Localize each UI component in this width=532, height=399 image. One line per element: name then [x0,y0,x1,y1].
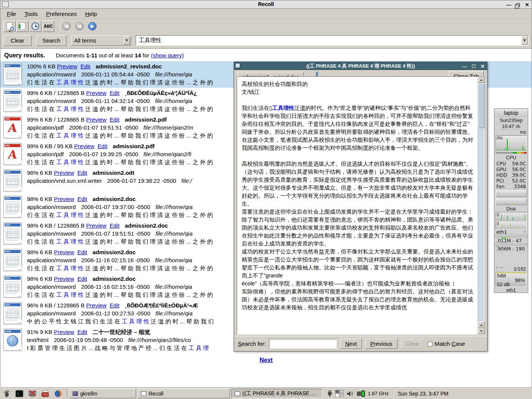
workspace-switcher-icon[interactable] [335,390,344,397]
minimize-icon[interactable]: — [506,2,512,8]
mime-type: application/msword [27,230,76,237]
gkrellm-monitor[interactable]: laptop Sun23Sep 15:47 05 mo 0% CPU CPU59… [494,108,528,293]
preview-paragraph: 文/钱江 [242,88,473,96]
power-plug-icon[interactable] [327,390,332,397]
scroll-up-icon[interactable]: ▲ [478,322,484,328]
match-case-checkbox[interactable]: Match Case [428,340,465,347]
edit-link[interactable]: Edit [77,276,87,282]
taskbar-handle[interactable] [66,389,68,398]
titlebar[interactable]: Recoll — ✕ [0,0,532,9]
taskbar-task-2[interactable]: Recoll [138,389,230,398]
first-page-icon[interactable]: ◀ [60,21,73,32]
volume-icon[interactable] [347,391,354,397]
next-page-icon[interactable]: ▶ [86,21,98,32]
close-icon[interactable]: ✕ [524,2,530,8]
preview-link[interactable]: Preview [54,249,74,255]
fan-slider[interactable] [496,190,527,197]
previous-page-icon[interactable]: ◀ [73,21,86,32]
preview-titlebar[interactable]: ((工 PHRASE 4 具 PHRASE 4 理 PHRASE 4 性)) —… [234,62,487,70]
history-icon[interactable] [29,21,41,32]
preview-link[interactable]: Preview [86,90,106,96]
preview-link[interactable]: Preview [54,276,74,282]
close-icon[interactable]: ✕ [480,63,486,69]
file-size: 6 KB / 1228865 B [40,90,85,96]
search-input[interactable] [136,36,528,45]
result-title: ¸ßÕÐÖÆ¶È£ºÏiÈ±ÖÐµÄ¹«Æ [125,302,198,309]
edit-link[interactable]: Edit [110,302,120,309]
file-url: file:/ [182,177,192,184]
relevance-percent: 96% [27,302,38,309]
file-url: file:///home/qia [155,98,192,104]
preview-link[interactable]: Preview [54,196,74,202]
typewriter-icon[interactable] [39,389,52,399]
maximize-icon[interactable] [470,63,477,69]
disk-read-chart: 0 [496,212,527,221]
scroll-down-icon[interactable]: ▼ [478,328,484,334]
net-rx-row: .011M - 47 [494,238,528,244]
find-next-button[interactable]: Next [340,339,362,349]
eth1-bottom-label: eth1 [494,287,528,293]
menubar: FileToolsPreferencesHelp [0,9,532,19]
edit-link[interactable]: Edit [77,329,87,335]
chevron-down-icon[interactable]: ▼ [521,36,528,45]
clear-button[interactable]: Clear [3,35,32,46]
search-for-label: Search for: [238,340,266,347]
cpu-frequency-icon[interactable] [357,390,365,397]
find-previous-button[interactable]: Previous [365,339,397,349]
preview-link[interactable]: Preview [86,116,106,123]
minimize-icon[interactable]: — [461,63,467,69]
preview-link[interactable]: Preview [86,302,106,309]
find-clear-button[interactable]: Clear [401,339,424,349]
edit-link[interactable]: Edit [98,143,108,149]
lock-screen-icon[interactable] [26,389,39,399]
edit-link[interactable]: Edit [110,222,120,229]
preview-text: 高校招生的社会功能和目的文/钱江我们生活在▯工具理性泛滥的时代。作为“世之显学”… [237,77,478,334]
next-page-link[interactable]: Next [260,357,273,364]
edit-link[interactable]: Edit [77,196,87,202]
term-explorer-icon[interactable]: ÅBĈ [42,21,54,32]
terminal-icon[interactable]: >_ [13,389,26,399]
edit-link[interactable]: Edit [110,116,120,123]
restore-icon[interactable] [515,2,521,8]
show-query-link[interactable]: (show query) [151,52,184,59]
temp-row: HDD39.0C [494,172,528,178]
menu-help[interactable]: Help [82,10,100,18]
find-input[interactable] [269,339,337,348]
firefox-icon[interactable] [52,389,65,399]
edit-link[interactable]: Edit [110,90,120,96]
preview-paragraph: 高校招生的社会功能和目的 [242,80,473,88]
cpu-krell [496,152,527,154]
scrollbar-thumb[interactable] [478,83,484,128]
mime-type: application/msword [27,310,76,317]
gkrellm-chart-label: mo [494,130,528,135]
file-url: file:///home/qia [155,257,192,263]
scrollbar[interactable]: ▲ ▲ ▼ [478,77,484,334]
preview-link[interactable]: Preview [54,169,74,176]
menu-file[interactable]: File [3,10,19,18]
preview-link[interactable]: Preview [74,143,94,149]
result-title: admission2.pdf [125,116,167,123]
window-icon [235,391,240,396]
gkrellm-date: Sun23Sep [494,117,528,124]
edit-link[interactable]: Edit [77,249,87,255]
chevron-down-icon[interactable]: ▼ [124,36,130,44]
taskbar-task-1[interactable]: gkrellm [69,389,136,398]
preview-link[interactable]: Preview [86,222,106,229]
taskbar-clock[interactable]: Sun Sep 23, 3:47 PM [393,389,453,398]
menu-preferences[interactable]: Preferences [43,10,80,18]
checkbox-icon[interactable] [428,342,432,347]
search-button[interactable]: Search [36,35,66,46]
edit-link[interactable]: Edit [77,169,87,176]
preview-link[interactable]: Preview [54,329,74,335]
scroll-up-icon[interactable]: ▲ [478,77,484,83]
menu-tools[interactable]: Tools [21,10,41,18]
taskbar-task-3[interactable]: ((工 PHRASE 4 具 PHRASE ... [231,389,323,398]
preview-link[interactable]: Preview [57,63,77,70]
search-mode-select[interactable]: All terms ▼ [71,35,131,46]
mime-type: application/msword [27,257,76,263]
edit-link[interactable]: Edit [81,63,90,70]
advanced-search-icon[interactable] [3,21,16,32]
gnome-menu-icon[interactable] [0,389,13,399]
gkrellm-spacer [494,252,528,266]
sort-order-icon[interactable]: ⇕ [16,21,28,32]
